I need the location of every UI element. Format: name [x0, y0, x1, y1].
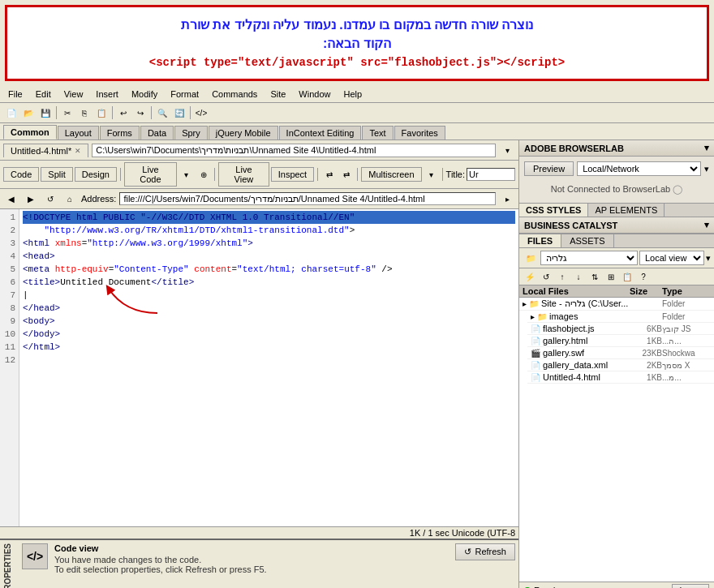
sync-files-btn[interactable]: ⇅ [587, 269, 602, 284]
doc-tab-close[interactable]: ✕ [75, 147, 81, 155]
files-tab-assets[interactable]: ASSETS [561, 234, 613, 247]
address-go-btn[interactable]: ▸ [499, 191, 515, 207]
inspect-mode-btn[interactable]: ⊕ [196, 166, 211, 182]
site-folder-toggle: ▸ [523, 299, 527, 308]
file-row-gallery-swf[interactable]: 🎬 gallery.swf 23KB Shockwa [527, 347, 714, 359]
menu-modify[interactable]: Modify [127, 88, 162, 101]
nav-fwd-btn[interactable]: ▶ [23, 191, 39, 207]
upload-btn[interactable]: ↑ [555, 269, 570, 284]
nav-back-btn[interactable]: ◀ [3, 191, 19, 207]
menu-file[interactable]: File [3, 88, 28, 101]
code-line-6: <title>Untitled Document</title> [23, 276, 515, 289]
bc-header: BUSINESS CATALYST ▾ [519, 217, 714, 234]
tab-incontext-editing[interactable]: InContext Editing [279, 126, 362, 139]
menu-view[interactable]: View [59, 88, 88, 101]
inspect-btn[interactable]: Inspect [271, 167, 314, 182]
copy-btn[interactable]: ⎘ [76, 105, 92, 121]
menu-format[interactable]: Format [166, 88, 204, 101]
nav-refresh-btn[interactable]: ↺ [42, 191, 58, 207]
ln-9: 9 [3, 315, 15, 328]
refresh-cv-btn[interactable]: ⇄ [338, 166, 354, 182]
log-button[interactable]: Log... [672, 584, 709, 588]
tab-favorites[interactable]: Favorites [394, 126, 445, 139]
menu-insert[interactable]: Insert [91, 88, 123, 101]
tab-text[interactable]: Text [362, 126, 393, 139]
design-view-btn[interactable]: Design [75, 167, 117, 182]
ap-elements-tab[interactable]: AP ELEMENTS [588, 204, 665, 217]
doc-tab[interactable]: Untitled-4.html* ✕ [3, 144, 88, 157]
file-row-flashobject[interactable]: 📄 flashobject.js 6KB קובץ JS [527, 323, 714, 335]
menu-edit[interactable]: Edit [31, 88, 56, 101]
code-content[interactable]: <!DOCTYPE html PUBLIC "-//W3C//DTD XHTML… [19, 209, 518, 526]
menu-window[interactable]: Window [294, 88, 335, 101]
code-hints-btn[interactable]: </> [193, 105, 209, 121]
new-btn[interactable]: 📄 [3, 105, 19, 121]
tab-spry[interactable]: Spry [174, 126, 208, 139]
file-row-gallery-html[interactable]: 📄 gallery.html 1KB ...ה... [527, 335, 714, 347]
right-panel: ADOBE BROWSERLAB ▾ Preview Local/Network… [519, 140, 714, 588]
connection-dot: ◯ [673, 184, 682, 194]
file-row-gallery-data[interactable]: 📄 gallery_data.xml 2KB מסמך X [527, 359, 714, 371]
help-files-btn[interactable]: ? [636, 269, 651, 284]
multiscreen-arrow[interactable]: ▾ [424, 166, 439, 182]
css-panel: CSS STYLES AP ELEMENTS [519, 204, 714, 217]
log-btn2[interactable]: 📋 [620, 269, 634, 284]
files-toolbar: 📁 גלריה Local view ▾ [519, 248, 714, 268]
menu-commands[interactable]: Commands [207, 88, 262, 101]
refresh-toolbar-btn[interactable]: 🔄 [171, 105, 187, 121]
properties-title: PROPERTIES [3, 543, 12, 588]
ln-11: 11 [3, 341, 15, 354]
files-tab-files[interactable]: FILES [519, 234, 561, 247]
doc-menu-btn[interactable]: ▾ [499, 142, 515, 158]
select-arrow-icon: ▾ [704, 164, 709, 174]
live-view-btn[interactable]: Live View [218, 162, 269, 187]
ln-1: 1 [3, 211, 15, 224]
save-btn[interactable]: 💾 [37, 105, 54, 121]
properties-refresh-btn[interactable]: ↺ Refresh [455, 543, 515, 560]
bc-collapse[interactable]: ▾ [704, 220, 709, 230]
live-code-btn[interactable]: Live Code [124, 162, 177, 187]
live-code-arrow[interactable]: ▾ [178, 166, 194, 182]
file-row-site[interactable]: ▸ 📁 Site - גלריה (C:\User... Folder [519, 298, 714, 311]
redo-btn[interactable]: ↪ [132, 105, 148, 121]
gallery-swf-name: gallery.swf [543, 348, 630, 358]
tab-jquery-mobile[interactable]: jQuery Mobile [209, 126, 278, 139]
file-row-untitled[interactable]: 📄 Untitled-4.html 1KB ...מ... [527, 371, 714, 384]
sync-btn[interactable]: ⇄ [321, 166, 337, 182]
prop-label: Code view [54, 543, 449, 553]
instruction-line2: הקוד הבאה: [24, 36, 690, 51]
address-input[interactable] [119, 192, 496, 205]
code-view-btn[interactable]: Code [3, 167, 39, 182]
file-row-images[interactable]: ▸ 📁 images Folder [527, 311, 714, 323]
files-toolbar2: ⚡ ↺ ↑ ↓ ⇅ ⊞ 📋 ? [519, 268, 714, 285]
site-select[interactable]: גלריה [540, 251, 638, 265]
refresh-files-btn[interactable]: ↺ [539, 269, 553, 284]
home-btn[interactable]: ⌂ [62, 191, 78, 207]
browserlab-preview-btn[interactable]: Preview [524, 161, 574, 176]
menu-site[interactable]: Site [265, 88, 290, 101]
code-line-5: <meta http-equiv="Content-Type" content=… [23, 263, 515, 276]
multiscreen-btn[interactable]: Multiscreen [361, 167, 421, 182]
expand-btn[interactable]: ⊞ [604, 269, 618, 284]
split-view-btn[interactable]: Split [41, 167, 72, 182]
tab-common[interactable]: Common [3, 125, 57, 139]
view-select[interactable]: Local view [639, 251, 704, 265]
find-btn[interactable]: 🔍 [154, 105, 170, 121]
tab-forms[interactable]: Forms [100, 126, 140, 139]
css-styles-tab[interactable]: CSS STYLES [519, 204, 588, 217]
gallery-data-size: 2KB [630, 361, 662, 370]
tab-data[interactable]: Data [140, 126, 174, 139]
undo-btn[interactable]: ↩ [115, 105, 131, 121]
open-btn[interactable]: 📂 [20, 105, 37, 121]
menu-help[interactable]: Help [338, 88, 367, 101]
cut-btn[interactable]: ✂ [59, 105, 75, 121]
gallery-html-type: ...ה... [662, 337, 711, 346]
connect-btn[interactable]: ⚡ [523, 269, 537, 284]
download-btn[interactable]: ↓ [571, 269, 586, 284]
site-folder-icon: 📁 [523, 250, 539, 266]
tab-layout[interactable]: Layout [58, 126, 99, 139]
browserlab-network-select[interactable]: Local/Network [577, 161, 701, 176]
paste-btn[interactable]: 📋 [93, 105, 110, 121]
title-input[interactable] [467, 168, 515, 181]
browserlab-collapse[interactable]: ▾ [704, 143, 709, 153]
